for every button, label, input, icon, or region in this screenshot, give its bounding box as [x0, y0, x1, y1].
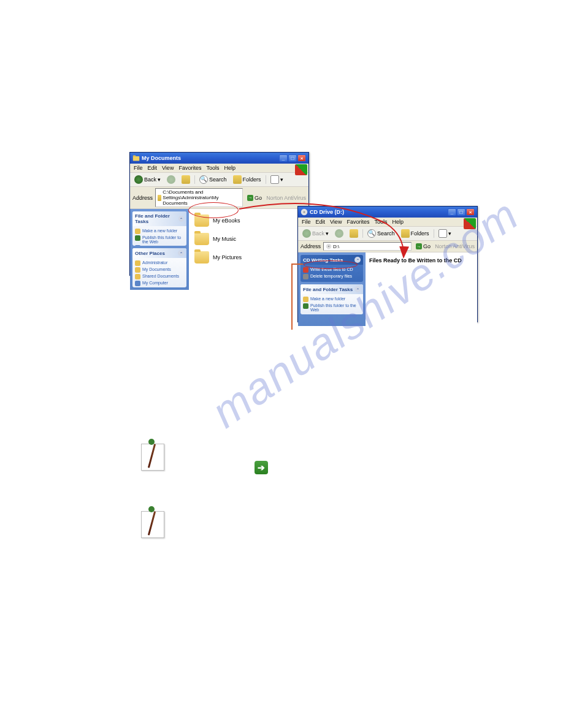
address-label: Address: [301, 243, 321, 249]
note-icon: [140, 507, 167, 538]
menubar: File Edit View Favorites Tools Help: [130, 164, 308, 173]
go-button[interactable]: →Go: [245, 194, 264, 202]
windows-logo-icon: [295, 164, 307, 175]
menu-help[interactable]: Help: [392, 219, 404, 225]
svg-rect-1: [133, 156, 136, 157]
menubar: File Edit View Favorites Tools Help: [298, 218, 477, 227]
addressbar: Address D:\ →Go Norton AntiVirus: [298, 241, 477, 252]
up-button[interactable]: [180, 175, 192, 184]
chevron-up-icon[interactable]: ⌃: [178, 216, 184, 222]
panel-file-tasks: File and Folder Tasks ⌃ Make a new folde…: [132, 211, 186, 246]
search-button[interactable]: 🔍Search: [197, 175, 229, 184]
back-button[interactable]: Back ▾: [301, 229, 331, 238]
panel-header[interactable]: File and Folder Tasks ⌃: [132, 211, 186, 226]
sidebar: File and Folder Tasks ⌃ Make a new folde…: [130, 209, 189, 290]
toolbar: Back ▾ 🔍Search Folders ▾: [130, 173, 308, 187]
panel-header[interactable]: File and Folder Tasks ⌃: [301, 284, 363, 294]
menu-file[interactable]: File: [134, 165, 143, 171]
task-new-folder[interactable]: Make a new folder: [135, 228, 184, 235]
content-header: Files Ready to Be Written to the CD: [369, 256, 473, 265]
content-area[interactable]: My eBooks My Music My Pictures: [189, 209, 308, 290]
folder-icon: [158, 195, 161, 201]
window-my-documents: My Documents _ □ × File Edit View Favori…: [129, 152, 309, 276]
folders-button[interactable]: Folders: [231, 175, 263, 184]
titlebar[interactable]: CD Drive (D:) _ □ ×: [298, 207, 477, 218]
antivirus-label: Norton AntiVirus: [435, 243, 475, 249]
folder-my-pictures[interactable]: My Pictures: [193, 249, 305, 265]
minimize-button[interactable]: _: [448, 208, 456, 216]
chevron-up-icon[interactable]: ⌃: [354, 257, 361, 263]
maximize-button[interactable]: □: [457, 208, 465, 216]
menu-edit[interactable]: Edit: [148, 165, 158, 171]
back-button[interactable]: Back ▾: [132, 175, 163, 184]
addressbar: Address C:\Documents and Settings\Admini…: [130, 187, 308, 209]
menu-file[interactable]: File: [302, 219, 311, 225]
chevron-up-icon[interactable]: ⌃: [354, 286, 361, 292]
svg-point-5: [328, 246, 330, 248]
place-administrator[interactable]: Administrator: [135, 260, 184, 267]
panel-header[interactable]: CD Writing Tasks ⌃: [301, 255, 363, 265]
folder-icon: [194, 214, 209, 227]
place-my-documents[interactable]: My Documents: [135, 267, 184, 273]
forward-button[interactable]: [333, 229, 345, 238]
task-delete-temp[interactable]: Delete temporary files: [303, 273, 361, 280]
task-write-files-to-cd[interactable]: Write these files to CD: [303, 267, 361, 273]
minimize-button[interactable]: _: [279, 154, 288, 162]
window-cd-drive: CD Drive (D:) _ □ × File Edit View Favor…: [297, 206, 478, 322]
forward-button[interactable]: [165, 175, 177, 184]
folder-icon: [194, 251, 209, 264]
sidebar: CD Writing Tasks ⌃ Write these files to …: [298, 252, 366, 326]
close-button[interactable]: ×: [466, 208, 475, 216]
windows-logo-icon: [464, 218, 476, 229]
panel-header[interactable]: Other Places ⌃: [132, 248, 186, 258]
views-button[interactable]: ▾: [269, 175, 285, 184]
note-icon: [140, 440, 167, 471]
menu-favorites[interactable]: Favorites: [347, 219, 369, 225]
title-text: My Documents: [142, 155, 279, 161]
folder-my-music[interactable]: My Music: [193, 231, 305, 247]
titlebar[interactable]: My Documents _ □ ×: [130, 153, 308, 164]
menu-tools[interactable]: Tools: [374, 219, 387, 225]
maximize-button[interactable]: □: [288, 154, 297, 162]
task-publish[interactable]: Publish this folder to the Web: [135, 235, 184, 245]
menu-favorites[interactable]: Favorites: [178, 165, 201, 171]
place-network[interactable]: My Network Places: [135, 287, 184, 287]
content-area[interactable]: Files Ready to Be Written to the CD: [366, 252, 477, 326]
menu-edit[interactable]: Edit: [316, 219, 326, 225]
address-input[interactable]: C:\Documents and Settings\Administrator\…: [155, 188, 243, 207]
views-button[interactable]: ▾: [437, 229, 453, 238]
address-input[interactable]: D:\: [323, 242, 412, 251]
folder-icon: [132, 154, 140, 162]
go-button[interactable]: →Go: [414, 243, 432, 250]
task-new-folder[interactable]: Make a new folder: [303, 296, 361, 303]
arrow-right-icon: ➔: [255, 461, 268, 474]
menu-tools[interactable]: Tools: [206, 165, 219, 171]
task-publish[interactable]: Publish this folder to the Web: [303, 303, 361, 313]
chevron-up-icon[interactable]: ⌃: [178, 250, 184, 256]
search-button[interactable]: 🔍Search: [366, 229, 397, 238]
up-button[interactable]: [348, 229, 360, 238]
title-text: CD Drive (D:): [310, 209, 448, 215]
cd-icon: [326, 243, 332, 249]
toolbar: Back ▾ 🔍Search Folders ▾: [298, 227, 477, 241]
address-value: D:\: [333, 244, 339, 249]
folders-button[interactable]: Folders: [399, 229, 431, 238]
svg-point-3: [304, 211, 305, 213]
address-label: Address: [132, 195, 153, 201]
panel-other-places: Other Places ⌃ Administrator My Document…: [132, 248, 186, 287]
menu-help[interactable]: Help: [224, 165, 236, 171]
task-share[interactable]: Share this folder: [135, 245, 184, 246]
place-shared-docs[interactable]: Shared Documents: [135, 273, 184, 280]
panel-cd-tasks: CD Writing Tasks ⌃ Write these files to …: [301, 255, 363, 282]
folder-my-ebooks[interactable]: My eBooks: [193, 213, 305, 229]
antivirus-label: Norton AntiVirus: [266, 195, 306, 201]
menu-view[interactable]: View: [330, 219, 342, 225]
close-button[interactable]: ×: [297, 154, 306, 162]
place-my-computer[interactable]: My Computer: [135, 280, 184, 287]
cd-icon: [301, 208, 308, 216]
folder-icon: [194, 233, 209, 245]
panel-file-tasks: File and Folder Tasks ⌃ Make a new folde…: [301, 284, 363, 314]
menu-view[interactable]: View: [162, 165, 174, 171]
svg-rect-0: [133, 156, 140, 161]
address-value: C:\Documents and Settings\Administrator\…: [163, 189, 240, 206]
